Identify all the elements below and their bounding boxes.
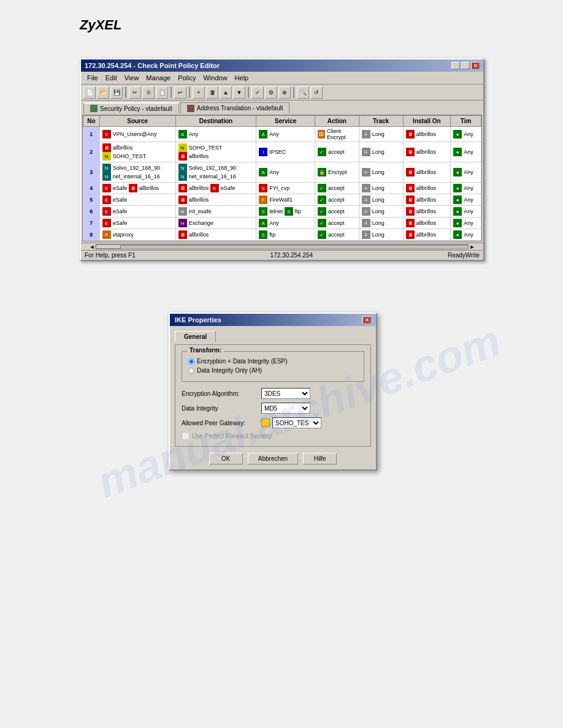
table-row[interactable]: 5 E eSafe 🖥 allbrillos bbox=[83, 194, 481, 206]
source-icon: E bbox=[102, 207, 111, 216]
source-cell: N Solvo_192_168_90 N net_internal_16_16 bbox=[99, 162, 175, 183]
dest-icon: H bbox=[178, 219, 187, 227]
menu-window[interactable]: Window bbox=[199, 73, 231, 83]
maximize-button[interactable]: □ bbox=[461, 62, 470, 69]
table-row[interactable]: 1 V VPN_Users@Any A Any bbox=[83, 127, 481, 142]
service-text: Any bbox=[269, 131, 279, 137]
time-content: ● Any bbox=[453, 184, 473, 192]
dest-text: allbrillos bbox=[189, 185, 209, 191]
toolbar-refresh[interactable]: ↺ bbox=[310, 86, 323, 99]
menu-policy[interactable]: Policy bbox=[174, 73, 199, 83]
install-content: 🖥 allbrillos bbox=[406, 184, 437, 192]
toolbar-cut[interactable]: ✂ bbox=[129, 86, 141, 99]
toolbar-save[interactable]: 💾 bbox=[110, 86, 123, 99]
dest-content2: 🖥 allbrillos bbox=[178, 152, 209, 161]
radio-ah[interactable] bbox=[188, 368, 194, 374]
service-content: F FireWall1 bbox=[259, 195, 293, 204]
toolbar-new[interactable]: 📄 bbox=[83, 86, 96, 99]
track-icon: ≡ bbox=[362, 230, 370, 239]
horizontal-scrollbar[interactable]: ◄ ► bbox=[81, 243, 483, 250]
table-row[interactable]: 3 N Solvo_192_168_90 N net_internal_16_1… bbox=[83, 162, 481, 183]
service-cell: I IPSEC bbox=[256, 142, 315, 162]
address-translation-icon bbox=[187, 105, 194, 112]
toolbar-copy[interactable]: ⎘ bbox=[142, 86, 155, 99]
radio-ah-row: Data Integrity Only (AH) bbox=[188, 367, 358, 374]
ike-dialog: IKE Properties ✕ General Transform: Encr… bbox=[169, 313, 377, 471]
track-cell: ≡ Long bbox=[359, 127, 403, 142]
action-content: ✓ accept bbox=[318, 195, 345, 204]
peer-label: Allowed Peer Gateway: bbox=[182, 420, 261, 427]
toolbar-undo[interactable]: ↩ bbox=[174, 86, 186, 99]
minimize-button[interactable]: _ bbox=[451, 62, 460, 69]
table-row[interactable]: 8 P vtaproxy 🖥 allbrillos bbox=[83, 229, 481, 241]
track-content: ≡ Long bbox=[362, 207, 385, 216]
toolbar-install[interactable]: ⚙ bbox=[265, 86, 277, 99]
toolbar-sep1 bbox=[125, 87, 126, 98]
source-content2: N net_internal_16_16 bbox=[102, 172, 160, 181]
dest-content: H Int_esafe bbox=[178, 207, 212, 216]
scrollbar-thumb[interactable] bbox=[96, 245, 121, 249]
source-cell: E eSafe bbox=[99, 194, 175, 206]
tab-address-translation[interactable]: Address Translation - vtadefault bbox=[180, 102, 290, 113]
toolbar-open[interactable]: 📂 bbox=[97, 86, 109, 99]
pfs-checkbox[interactable] bbox=[182, 432, 190, 440]
action-cell: ✓ accept bbox=[315, 194, 359, 206]
toolbar-delete[interactable]: 🗑 bbox=[206, 86, 218, 99]
ike-close-button[interactable]: ✕ bbox=[362, 316, 371, 324]
toolbar-add[interactable]: + bbox=[193, 86, 205, 99]
source-icon: E bbox=[102, 195, 111, 204]
cancel-button[interactable]: Abbrechen bbox=[248, 453, 298, 464]
install-content: 🖥 allbrillos bbox=[406, 130, 437, 138]
action-icon: ⚿ bbox=[318, 130, 325, 138]
titlebar-text: 172.30.254.254 - Check Point Policy Edit… bbox=[85, 62, 220, 69]
source-text: eSafe bbox=[113, 208, 128, 214]
toolbar-paste[interactable]: 📋 bbox=[156, 86, 168, 99]
table-row[interactable]: 4 E eSafe 🖥 allbrillos 🖥 bbox=[83, 183, 481, 194]
scroll-right-btn[interactable]: ► bbox=[469, 244, 476, 250]
dest-text2: allbrillos bbox=[189, 153, 209, 159]
encryption-row: Encryption Algorithm: 3DESDESAES-128AES-… bbox=[182, 388, 364, 399]
tab-security-policy[interactable]: Security Policy - vtadefault bbox=[83, 102, 179, 113]
track-content: ≡ Long bbox=[362, 148, 385, 156]
action-cell: ✓ accept bbox=[315, 229, 359, 241]
action-cell: ✓ accept bbox=[315, 183, 359, 194]
integrity-select[interactable]: MD5SHA1 bbox=[261, 403, 310, 414]
table-row[interactable]: 7 E eSafe H Exchange bbox=[83, 218, 481, 229]
time-content: ● Any bbox=[453, 207, 473, 216]
peer-select-container: SOHO_TESAny bbox=[261, 417, 321, 428]
ok-button[interactable]: OK bbox=[209, 453, 243, 464]
table-row[interactable]: 2 🖥 allbrillos N SOHO_TEST N bbox=[83, 142, 481, 162]
table-row[interactable]: 6 E eSafe H Int_esafe bbox=[83, 206, 481, 218]
close-button[interactable]: ✕ bbox=[471, 62, 480, 69]
help-button[interactable]: Hilfe bbox=[303, 453, 337, 464]
dest-text: Exchange bbox=[189, 220, 213, 226]
menu-manage[interactable]: Manage bbox=[142, 73, 174, 83]
action-icon: ✓ bbox=[318, 230, 326, 239]
time-icon: ● bbox=[453, 219, 462, 227]
ike-tab-general[interactable]: General bbox=[175, 331, 216, 342]
peer-select[interactable]: SOHO_TESAny bbox=[272, 417, 321, 428]
menu-help[interactable]: Help bbox=[231, 73, 253, 83]
source-text: eSafe bbox=[113, 220, 128, 226]
toolbar-uninstall[interactable]: ⊗ bbox=[278, 86, 291, 99]
radio-esp[interactable] bbox=[188, 358, 194, 365]
toolbar-down[interactable]: ▼ bbox=[233, 86, 245, 99]
col-header-source: Source bbox=[99, 116, 175, 127]
menu-view[interactable]: View bbox=[121, 73, 143, 83]
scroll-left-btn[interactable]: ◄ bbox=[88, 244, 96, 250]
menu-file[interactable]: File bbox=[83, 73, 102, 83]
toolbar-search[interactable]: 🔍 bbox=[297, 86, 309, 99]
track-content: ≡ Long bbox=[362, 130, 385, 138]
menu-edit[interactable]: Edit bbox=[102, 73, 121, 83]
dest-content: 🖥 allbrillos bbox=[178, 195, 209, 204]
source-text2: allbrillos bbox=[139, 185, 159, 191]
service-content: S telnet bbox=[259, 207, 283, 216]
toolbar-up[interactable]: ▲ bbox=[220, 86, 232, 99]
action-cell: ✓ accept bbox=[315, 142, 359, 162]
install-cell: 🖥 allbrillos bbox=[403, 229, 451, 241]
source-cell: V VPN_Users@Any bbox=[99, 127, 175, 142]
toolbar-verify[interactable]: ✓ bbox=[251, 86, 264, 99]
source-icon2: 🖥 bbox=[129, 184, 137, 192]
service-text: IPSEC bbox=[269, 149, 286, 155]
encryption-select[interactable]: 3DESDESAES-128AES-256 bbox=[261, 388, 310, 399]
